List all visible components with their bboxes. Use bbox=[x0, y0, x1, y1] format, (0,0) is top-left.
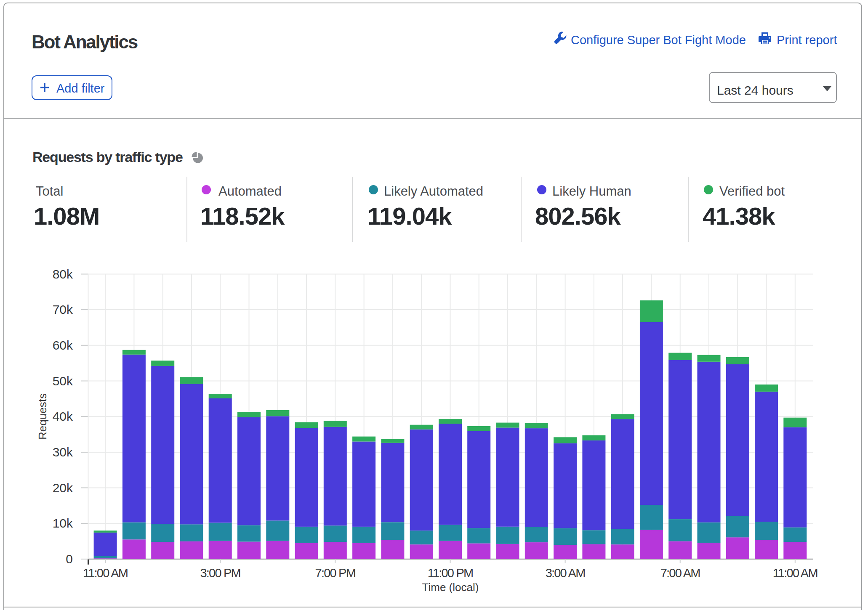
svg-text:3:00 AM: 3:00 AM bbox=[546, 566, 585, 580]
svg-text:11:00 AM: 11:00 AM bbox=[83, 566, 128, 580]
svg-text:70k: 70k bbox=[53, 302, 73, 316]
svg-text:80k: 80k bbox=[53, 267, 73, 281]
svg-text:0: 0 bbox=[66, 552, 73, 566]
svg-text:30k: 30k bbox=[53, 445, 73, 459]
svg-text:10k: 10k bbox=[53, 516, 73, 530]
svg-text:7:00 PM: 7:00 PM bbox=[315, 566, 355, 580]
svg-text:7:00 AM: 7:00 AM bbox=[660, 566, 700, 580]
svg-text:50k: 50k bbox=[53, 374, 73, 388]
svg-text:11:00 AM: 11:00 AM bbox=[773, 566, 817, 580]
svg-text:Time (local): Time (local) bbox=[422, 581, 479, 594]
svg-text:Requests: Requests bbox=[36, 393, 49, 440]
svg-text:11:00 PM: 11:00 PM bbox=[428, 566, 473, 580]
svg-text:3:00 PM: 3:00 PM bbox=[200, 566, 240, 580]
svg-text:20k: 20k bbox=[53, 481, 73, 495]
svg-text:40k: 40k bbox=[53, 409, 73, 423]
svg-text:60k: 60k bbox=[53, 338, 73, 352]
